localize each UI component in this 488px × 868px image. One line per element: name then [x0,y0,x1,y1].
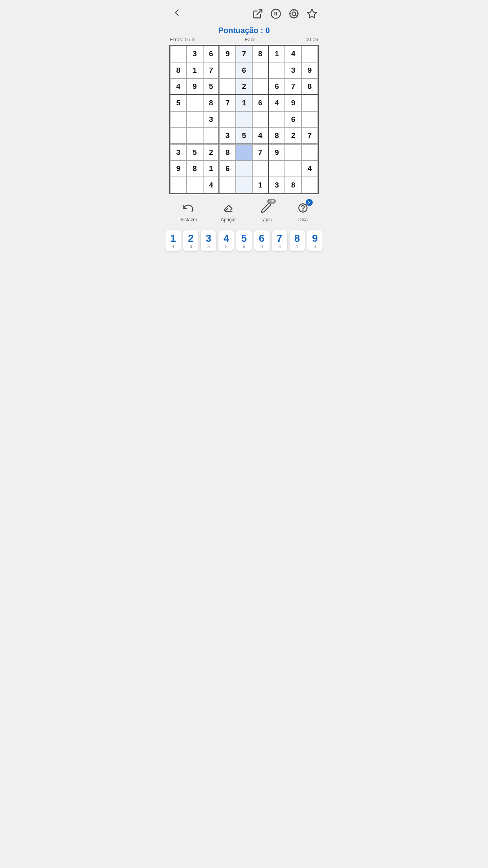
sudoku-cell[interactable]: 3 [170,144,187,161]
sudoku-cell[interactable]: 6 [219,160,236,177]
undo-button[interactable]: Desfazer [178,201,197,223]
sudoku-grid[interactable]: 3697814817639495267858716493635482735287… [169,45,319,194]
sudoku-cell[interactable] [219,62,236,79]
sudoku-cell[interactable] [170,177,187,193]
sudoku-cell[interactable] [170,111,187,128]
sudoku-cell[interactable]: 9 [285,95,301,111]
num-button-9[interactable]: 93 [307,230,323,252]
sudoku-cell[interactable]: 8 [170,62,187,79]
num-button-6[interactable]: 63 [254,230,270,252]
sudoku-cell[interactable] [252,160,269,177]
sudoku-cell[interactable]: 8 [301,79,318,95]
theme-icon[interactable]: A [288,7,300,20]
sudoku-cell[interactable]: 1 [269,46,285,62]
sudoku-cell[interactable]: 7 [301,128,318,144]
sudoku-cell[interactable]: 2 [285,128,301,144]
sudoku-cell[interactable]: 5 [187,144,203,161]
sudoku-cell[interactable]: 9 [170,160,187,177]
sudoku-cell[interactable]: 8 [269,128,285,144]
sudoku-cell[interactable] [236,111,252,128]
sudoku-cell[interactable]: 3 [219,128,236,144]
num-button-7[interactable]: 73 [272,230,288,252]
sudoku-cell[interactable]: 6 [203,46,220,62]
sudoku-cell[interactable] [219,177,236,193]
sudoku-cell[interactable]: 7 [236,46,252,62]
sudoku-cell[interactable]: 1 [203,160,220,177]
sudoku-cell[interactable]: 1 [187,62,203,79]
sudoku-cell[interactable]: 8 [219,144,236,161]
sudoku-cell[interactable]: 9 [187,79,203,95]
sudoku-cell[interactable]: 7 [203,62,220,79]
sudoku-cell[interactable]: 3 [187,46,203,62]
sudoku-cell[interactable]: 4 [203,177,220,193]
num-button-1[interactable]: 14 [165,230,181,252]
sudoku-cell[interactable] [301,111,318,128]
sudoku-cell[interactable] [301,95,318,111]
sudoku-cell[interactable]: 4 [269,95,285,111]
num-button-4[interactable]: 43 [218,230,234,252]
sudoku-cell[interactable]: 2 [236,79,252,95]
sudoku-cell[interactable]: 9 [269,144,285,161]
sudoku-cell[interactable]: 4 [170,79,187,95]
share-icon[interactable] [251,7,264,20]
sudoku-cell[interactable] [269,160,285,177]
sudoku-cell[interactable] [252,111,269,128]
sudoku-cell[interactable] [203,128,220,144]
sudoku-cell[interactable]: 6 [285,111,301,128]
sudoku-cell[interactable]: 6 [236,62,252,79]
sudoku-cell[interactable] [301,177,318,193]
sudoku-cell[interactable] [269,62,285,79]
settings-icon[interactable] [306,7,318,20]
erase-button[interactable]: Apagar [221,201,236,223]
sudoku-cell[interactable]: 5 [170,95,187,111]
sudoku-cell[interactable] [187,128,203,144]
sudoku-cell[interactable] [285,160,301,177]
num-button-5[interactable]: 55 [236,230,252,252]
sudoku-cell[interactable] [236,177,252,193]
sudoku-cell[interactable]: 3 [203,111,220,128]
sudoku-cell[interactable] [236,160,252,177]
sudoku-cell[interactable] [187,177,203,193]
sudoku-cell[interactable]: 3 [285,62,301,79]
sudoku-cell[interactable]: 9 [219,46,236,62]
num-button-8[interactable]: 81 [289,230,305,252]
sudoku-cell[interactable] [252,62,269,79]
sudoku-cell[interactable]: 4 [285,46,301,62]
sudoku-cell[interactable] [187,111,203,128]
pause-icon[interactable] [270,7,282,20]
sudoku-cell[interactable]: 5 [236,128,252,144]
sudoku-cell[interactable]: 7 [285,79,301,95]
sudoku-cell[interactable]: 6 [252,95,269,111]
sudoku-cell[interactable]: 4 [301,160,318,177]
back-button[interactable] [170,6,184,22]
sudoku-cell[interactable] [187,95,203,111]
sudoku-cell[interactable] [170,46,187,62]
sudoku-cell[interactable]: 9 [301,62,318,79]
num-button-3[interactable]: 33 [200,230,216,252]
sudoku-cell[interactable]: 8 [187,160,203,177]
sudoku-cell[interactable]: 1 [236,95,252,111]
sudoku-cell[interactable]: 4 [252,128,269,144]
sudoku-cell[interactable]: 8 [252,46,269,62]
sudoku-cell[interactable]: 3 [269,177,285,193]
sudoku-cell[interactable]: 5 [203,79,220,95]
sudoku-cell[interactable]: 1 [252,177,269,193]
sudoku-cell[interactable]: 8 [285,177,301,193]
sudoku-cell[interactable] [269,111,285,128]
sudoku-cell[interactable] [285,144,301,161]
sudoku-cell[interactable]: 2 [203,144,220,161]
sudoku-cell[interactable] [219,111,236,128]
sudoku-cell[interactable] [252,79,269,95]
sudoku-cell[interactable] [170,128,187,144]
sudoku-cell[interactable]: 6 [269,79,285,95]
sudoku-cell[interactable] [219,79,236,95]
sudoku-cell[interactable] [301,46,318,62]
sudoku-cell[interactable] [236,144,252,161]
num-button-2[interactable]: 26 [183,230,199,252]
sudoku-cell[interactable]: 7 [219,95,236,111]
sudoku-cell[interactable] [301,144,318,161]
hint-button[interactable]: 2 Dica [296,201,310,223]
sudoku-cell[interactable]: 8 [203,95,220,111]
pencil-button[interactable]: Off Lápis [259,201,273,223]
sudoku-cell[interactable]: 7 [252,144,269,161]
